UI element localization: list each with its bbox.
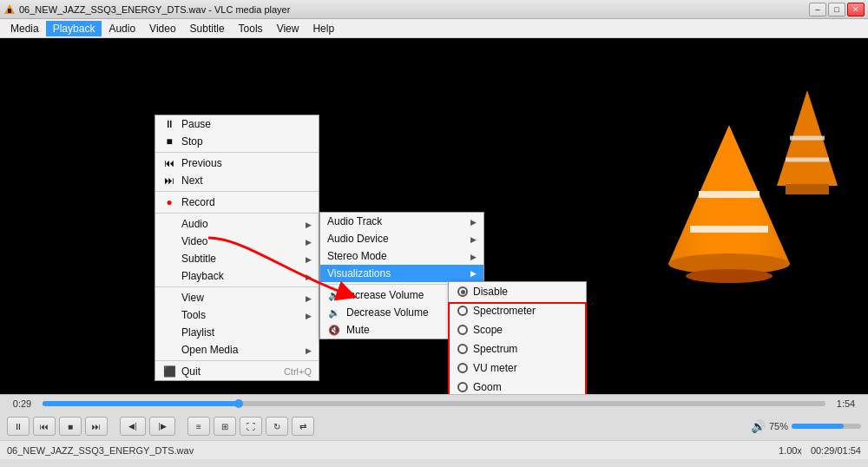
ctx-subtitle-label: Subtitle xyxy=(181,253,300,265)
menu-video[interactable]: Video xyxy=(142,21,182,36)
ctx-record[interactable]: ● Record xyxy=(155,194,319,211)
menu-tools[interactable]: Tools xyxy=(232,21,270,36)
ctx-stereo-mode[interactable]: Stereo Mode xyxy=(320,247,483,265)
random-button[interactable]: ⇄ xyxy=(292,417,314,436)
separator-3 xyxy=(155,213,319,214)
ctx-viz-spectrometer[interactable]: Spectrometer xyxy=(449,301,586,320)
volume-slider[interactable] xyxy=(792,424,861,429)
ctx-previous-label: Previous xyxy=(181,157,312,169)
ctx-view-label: View xyxy=(181,292,300,304)
prev-button[interactable]: ⏮ xyxy=(33,417,56,436)
vlc-icon xyxy=(3,3,16,16)
menu-playback[interactable]: Playback xyxy=(46,21,102,36)
ctx-audio-track[interactable]: Audio Track xyxy=(320,213,483,230)
volume-label: 75% xyxy=(769,421,788,431)
ctx-stop-label: Stop xyxy=(181,135,312,148)
time-current: 0:29 xyxy=(7,398,37,409)
viz-spectrometer-label: Spectrometer xyxy=(473,305,536,317)
video-arrow-icon xyxy=(306,235,312,247)
ctx-viz-vu-meter[interactable]: VU meter xyxy=(449,358,586,378)
quit-icon: ⬛ xyxy=(162,365,176,378)
ctx-viz-spectrum[interactable]: Spectrum xyxy=(449,339,586,358)
title-bar-buttons: – □ ✕ xyxy=(809,3,865,16)
vlc-cone-2 xyxy=(764,82,851,258)
progress-thumb xyxy=(234,399,243,408)
view-arrow-icon xyxy=(306,292,312,304)
playback-context-menu: ⏸ Pause ■ Stop ⏮ Previous ⏭ Next ● Recor… xyxy=(155,115,319,381)
progress-fill xyxy=(43,401,239,406)
fullscreen-button[interactable]: ⛶ xyxy=(240,417,262,436)
record-icon: ● xyxy=(162,196,176,208)
ctx-quit-label: Quit xyxy=(181,365,279,378)
frame-step-button[interactable]: |▶ xyxy=(149,417,175,436)
minimize-button[interactable]: – xyxy=(809,3,826,16)
window-title: 06_NEW_JAZZ_SSQ3_ENERGY_DTS.wav - VLC me… xyxy=(19,4,290,15)
next-button[interactable]: ⏭ xyxy=(85,417,108,436)
ctx-next[interactable]: ⏭ Next xyxy=(155,172,319,189)
close-button[interactable]: ✕ xyxy=(847,3,865,16)
ctx-viz-scope[interactable]: Scope xyxy=(449,320,586,339)
stop-icon: ■ xyxy=(162,135,176,148)
menu-help[interactable]: Help xyxy=(306,21,341,36)
svg-point-8 xyxy=(686,269,773,283)
frame-back-button[interactable]: ◀| xyxy=(120,417,146,436)
ctx-audio[interactable]: Audio xyxy=(155,215,319,233)
stereo-mode-label: Stereo Mode xyxy=(327,250,465,262)
viz-disable-label: Disable xyxy=(473,286,508,298)
ctx-audio-device[interactable]: Audio Device xyxy=(320,230,483,247)
viz-vu-meter-label: VU meter xyxy=(473,362,517,374)
separator-5 xyxy=(155,360,319,361)
ctx-open-media[interactable]: Open Media xyxy=(155,341,319,358)
ctx-viz-goom[interactable]: Goom xyxy=(449,378,586,394)
ctx-quit[interactable]: ⬛ Quit Ctrl+Q xyxy=(155,363,319,380)
progress-track[interactable] xyxy=(43,401,825,406)
menu-subtitle[interactable]: Subtitle xyxy=(183,21,232,36)
ctx-pause-label: Pause xyxy=(181,118,312,130)
ctx-tools[interactable]: Tools xyxy=(155,306,319,324)
scope-radio xyxy=(457,325,468,335)
ctx-audio-label: Audio xyxy=(181,218,300,230)
play-pause-button[interactable]: ⏸ xyxy=(7,417,30,436)
ctx-subtitle[interactable]: Subtitle xyxy=(155,250,319,267)
ctx-viz-disable[interactable]: Disable xyxy=(449,282,586,301)
status-bar: 06_NEW_JAZZ_SSQ3_ENERGY_DTS.wav 1.00x 00… xyxy=(0,440,868,459)
stop-button[interactable]: ■ xyxy=(59,417,82,436)
menu-bar: Media Playback Audio Video Subtitle Tool… xyxy=(0,19,868,38)
menu-media[interactable]: Media xyxy=(3,21,46,36)
title-bar: 06_NEW_JAZZ_SSQ3_ENERGY_DTS.wav - VLC me… xyxy=(0,0,868,19)
bottom-bar: 0:29 1:54 ⏸ ⏮ ■ ⏭ ◀| |▶ ≡ ⊞ ⛶ ↻ ⇄ 🔊 75% … xyxy=(0,394,868,467)
ctx-pause[interactable]: ⏸ Pause xyxy=(155,115,319,133)
tools-arrow-icon xyxy=(306,309,312,321)
mute-icon: 🔇 xyxy=(327,325,341,336)
menu-audio[interactable]: Audio xyxy=(102,21,142,36)
controls-row: ⏸ ⏮ ■ ⏭ ◀| |▶ ≡ ⊞ ⛶ ↻ ⇄ 🔊 75% xyxy=(0,412,868,440)
ctx-record-label: Record xyxy=(181,196,312,208)
ctx-visualizations[interactable]: Visualizations ▶ xyxy=(320,265,483,282)
ctx-playback-sub[interactable]: Playback xyxy=(155,267,319,285)
ctx-video[interactable]: Video xyxy=(155,233,319,250)
volume-icon: 🔊 xyxy=(751,419,766,433)
vu-meter-radio xyxy=(457,363,468,373)
ctx-previous[interactable]: ⏮ Previous xyxy=(155,155,319,172)
video-area: ⏸ Pause ■ Stop ⏮ Previous ⏭ Next ● Recor… xyxy=(0,38,868,394)
maximize-button[interactable]: □ xyxy=(828,3,845,16)
viz-arrow: ▶ xyxy=(470,269,477,278)
menu-view[interactable]: View xyxy=(270,21,306,36)
pause-icon: ⏸ xyxy=(162,118,176,130)
separator-2 xyxy=(155,191,319,192)
ctx-stop[interactable]: ■ Stop xyxy=(155,133,319,150)
extended-button[interactable]: ⊞ xyxy=(214,417,236,436)
status-filename: 06_NEW_JAZZ_SSQ3_ENERGY_DTS.wav xyxy=(7,445,194,456)
ctx-next-label: Next xyxy=(181,174,312,187)
ctx-view[interactable]: View xyxy=(155,289,319,306)
status-right: 1.00x 00:29/01:54 xyxy=(779,445,861,456)
audio-device-label: Audio Device xyxy=(327,233,465,245)
viz-submenu: Disable Spectrometer Scope Spectrum VU m… xyxy=(448,281,587,394)
viz-spectrum-label: Spectrum xyxy=(473,343,517,355)
loop-button[interactable]: ↻ xyxy=(266,417,288,436)
ctx-playlist-label: Playlist xyxy=(181,326,312,339)
disable-radio xyxy=(457,286,468,297)
playlist-toggle-button[interactable]: ≡ xyxy=(187,417,210,436)
ctx-playlist[interactable]: Playlist xyxy=(155,324,319,341)
ctx-playback-label: Playback xyxy=(181,270,300,282)
